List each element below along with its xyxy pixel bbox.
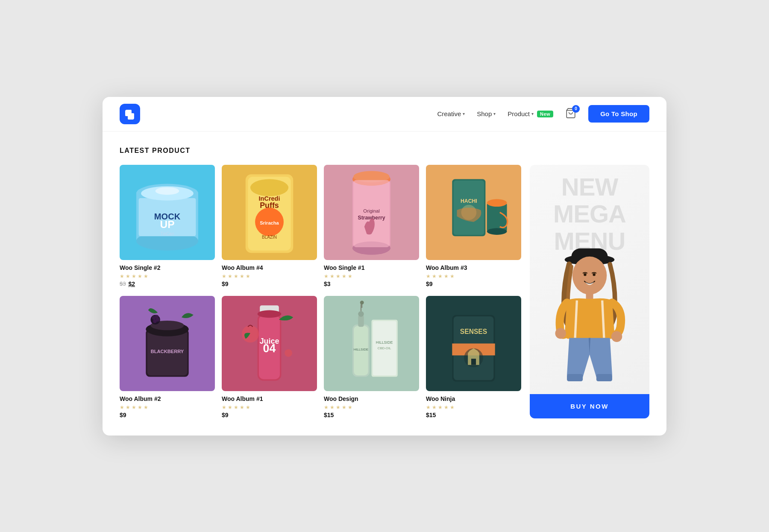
creative-label: Creative: [437, 110, 461, 117]
product-image-woo-album-2: BLACKBERRY: [120, 296, 215, 391]
product-image-woo-album-4: InCredi Puffs Sriracha BLAZIN: [222, 165, 317, 260]
product-image-woo-album-3: HACHI: [426, 165, 521, 260]
product-card-woo-album-3[interactable]: HACHI Woo Album #3: [426, 165, 521, 287]
navbar: LATEST PRODUCT Creative ▾ Shop ▾ Product…: [103, 97, 666, 132]
content-grid: MOCK UP TinCan Woo Single #2 ★ ★ ★ ★ ★: [120, 165, 649, 418]
product-illustration-blackberry-jar: BLACKBERRY: [120, 296, 215, 391]
svg-text:04: 04: [263, 342, 276, 354]
svg-text:BLACKBERRY: BLACKBERRY: [151, 348, 184, 354]
product-illustration-cbd-oil: HILLSIDE CBD-OIL HILLSIDE: [324, 296, 419, 391]
svg-point-6: [156, 187, 179, 195]
svg-text:Original: Original: [363, 208, 379, 213]
svg-point-58: [360, 301, 364, 304]
shop-label: Shop: [477, 110, 492, 117]
svg-point-72: [555, 328, 566, 339]
product-card-woo-ninja[interactable]: SENSES Woo Ninja ★ ★ ★: [426, 296, 521, 418]
product-illustration-chips: InCredi Puffs Sriracha BLAZIN: [222, 165, 317, 260]
svg-text:UP: UP: [160, 219, 174, 230]
product-name-woo-album-4: Woo Album #4: [222, 264, 317, 271]
product-price-woo-design: $15: [324, 412, 419, 418]
products-row-2: BLACKBERRY Woo Album #2: [120, 296, 521, 418]
product-new-badge: New: [537, 111, 553, 117]
products-section: MOCK UP TinCan Woo Single #2 ★ ★ ★ ★ ★: [120, 165, 521, 418]
product-illustration-juice-bottle: Juice 04: [222, 296, 317, 391]
product-price-woo-album-2: $9: [120, 412, 215, 418]
promo-banner: NEW MEGA MENU: [530, 165, 649, 418]
nav-creative[interactable]: LATEST PRODUCT Creative ▾: [437, 110, 465, 117]
svg-point-68: [572, 256, 607, 294]
nav-product[interactable]: Product ▾ New: [508, 110, 553, 117]
product-illustration-bag-cup: HACHI: [426, 165, 521, 260]
product-name-woo-ninja: Woo Ninja: [426, 395, 521, 402]
svg-text:InCredi: InCredi: [259, 195, 280, 202]
product-stars-woo-ninja: ★ ★ ★ ★ ★: [426, 404, 521, 409]
svg-point-31: [487, 228, 507, 235]
cart-button[interactable]: 0: [565, 108, 576, 120]
product-name-woo-single-1: Woo Single #1: [324, 264, 419, 271]
svg-point-41: [153, 319, 157, 323]
product-stars-woo-single-2: ★ ★ ★ ★ ★: [120, 273, 215, 278]
product-image-woo-design: HILLSIDE CBD-OIL HILLSIDE: [324, 296, 419, 391]
goto-shop-button[interactable]: Go To Shop: [588, 105, 649, 123]
person-svg: [547, 235, 632, 389]
nav-right: LATEST PRODUCT Creative ▾ Shop ▾ Product…: [437, 105, 649, 123]
product-stars-woo-design: ★ ★ ★ ★ ★: [324, 404, 419, 409]
logo[interactable]: [120, 104, 140, 124]
svg-text:BLAZIN: BLAZIN: [262, 234, 277, 239]
product-card-woo-single-1[interactable]: Original Strawberry Woo Single #1 ★ ★ ★ …: [324, 165, 419, 287]
product-card-woo-design[interactable]: HILLSIDE CBD-OIL HILLSIDE: [324, 296, 419, 418]
svg-text:Sriracha: Sriracha: [260, 220, 279, 225]
product-image-woo-single-2: MOCK UP TinCan: [120, 165, 215, 260]
svg-text:HACHI: HACHI: [461, 198, 477, 204]
product-stars-woo-album-3: ★ ★ ★ ★ ★: [426, 273, 521, 278]
product-stars-woo-album-2: ★ ★ ★ ★ ★: [120, 404, 215, 409]
svg-point-45: [258, 310, 282, 318]
section-title: LATEST PRODUCT: [120, 147, 649, 155]
main-content: LATEST PRODUCT: [103, 132, 666, 436]
svg-text:HILLSIDE: HILLSIDE: [354, 348, 369, 351]
svg-rect-74: [567, 374, 583, 381]
svg-point-69: [584, 273, 586, 276]
product-price-woo-single-2: $3 $2: [120, 281, 215, 287]
svg-point-57: [358, 311, 364, 316]
product-illustration-can: MOCK UP TinCan: [120, 165, 215, 260]
product-price-woo-single-1: $3: [324, 281, 419, 287]
product-image-woo-album-1: Juice 04: [222, 296, 317, 391]
product-price-woo-album-1: $9: [222, 412, 317, 418]
buy-now-button[interactable]: BUY NOW: [530, 394, 649, 418]
svg-rect-75: [596, 374, 612, 381]
svg-rect-65: [471, 359, 476, 365]
product-card-woo-album-4[interactable]: InCredi Puffs Sriracha BLAZIN Woo Album …: [222, 165, 317, 287]
shop-chevron: ▾: [493, 111, 496, 116]
promo-person-image: [538, 226, 641, 389]
product-card-woo-album-2[interactable]: BLACKBERRY Woo Album #2: [120, 296, 215, 418]
product-card-woo-album-1[interactable]: Juice 04 Woo Album #1: [222, 296, 317, 418]
product-stars-woo-single-1: ★ ★ ★ ★ ★: [324, 273, 419, 278]
product-name-woo-design: Woo Design: [324, 395, 419, 402]
product-name-woo-album-1: Woo Album #1: [222, 395, 317, 402]
product-price-woo-album-4: $9: [222, 281, 317, 287]
product-stars-woo-album-4: ★ ★ ★ ★ ★: [222, 273, 317, 278]
svg-rect-22: [353, 180, 390, 247]
product-price-woo-ninja: $15: [426, 412, 521, 418]
svg-point-73: [611, 331, 622, 342]
logo-icon: [124, 108, 136, 120]
svg-text:CBD-OIL: CBD-OIL: [378, 346, 391, 350]
nav-shop[interactable]: Shop ▾: [477, 110, 496, 117]
svg-point-70: [593, 273, 595, 276]
svg-point-30: [487, 199, 507, 207]
creative-chevron: ▾: [463, 111, 465, 116]
product-name-woo-album-3: Woo Album #3: [426, 264, 521, 271]
promo-text-line1: NEW: [530, 173, 649, 201]
product-card-woo-single-2[interactable]: MOCK UP TinCan Woo Single #2 ★ ★ ★ ★ ★: [120, 165, 215, 287]
svg-point-48: [242, 325, 259, 342]
svg-text:TinCan: TinCan: [161, 231, 174, 236]
product-label: Product: [508, 110, 530, 117]
svg-text:SENSES: SENSES: [460, 328, 487, 335]
product-image-woo-single-1: Original Strawberry: [324, 165, 419, 260]
product-name-woo-album-2: Woo Album #2: [120, 395, 215, 402]
promo-text-line2: MEGA: [530, 200, 649, 228]
product-price-woo-album-3: $9: [426, 281, 521, 287]
product-image-woo-ninja: SENSES: [426, 296, 521, 391]
product-chevron: ▾: [531, 111, 534, 116]
